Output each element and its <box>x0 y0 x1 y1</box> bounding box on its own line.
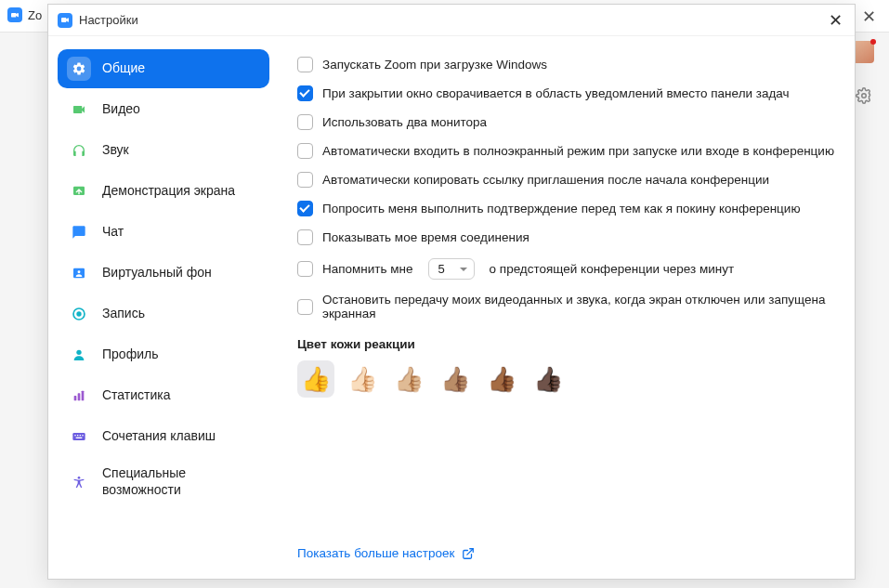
skin-tone-option-2[interactable]: 👍🏼 <box>390 360 427 398</box>
svg-rect-14 <box>82 435 83 436</box>
skin-tone-option-5[interactable]: 👍🏿 <box>529 360 567 398</box>
footer: Показать больше настроек <box>297 537 836 568</box>
option-label: Остановить передачу моих видеоданных и з… <box>322 293 836 320</box>
svg-line-17 <box>467 548 473 554</box>
settings-sidebar: ОбщиеВидеоЗвукДемонстрация экранаЧатВирт… <box>48 36 279 579</box>
option-label: Автоматически входить в полноэкранный ре… <box>322 144 834 158</box>
background-window-title: Zo <box>7 7 42 22</box>
option-dual-monitors[interactable]: Использовать два монитора <box>297 114 836 130</box>
modal-title: Настройки <box>58 13 138 28</box>
video-icon <box>67 98 91 122</box>
checkbox[interactable] <box>297 299 313 315</box>
option-start-with-windows[interactable]: Запускать Zoom при загрузке Windows <box>297 57 836 72</box>
option-show-connection-time[interactable]: Показывать мое время соединения <box>297 229 836 245</box>
svg-rect-7 <box>74 396 77 400</box>
external-link-icon <box>462 547 475 560</box>
remind-after-text: о предстоящей конференции через минут <box>490 262 735 276</box>
sidebar-item-keyboard[interactable]: Сочетания клавиш <box>58 417 269 456</box>
svg-point-16 <box>78 477 81 479</box>
option-minimize-to-tray[interactable]: При закрытии окно сворачивается в област… <box>297 85 836 101</box>
option-label: Показывать мое время соединения <box>322 230 529 244</box>
svg-rect-9 <box>82 391 85 401</box>
option-stop-av-on-screen-off[interactable]: Остановить передачу моих видеоданных и з… <box>297 293 836 320</box>
modal-header: Настройки ✕ <box>48 5 855 36</box>
screen-icon <box>67 179 91 203</box>
modal-title-text: Настройки <box>79 13 138 27</box>
remind-minutes-select[interactable]: 5 <box>428 258 475 280</box>
option-copy-invite-link[interactable]: Автоматически копировать ссылку приглаше… <box>297 172 836 188</box>
option-fullscreen-on-start[interactable]: Автоматически входить в полноэкранный ре… <box>297 143 836 159</box>
skin-tone-option-0[interactable]: 👍 <box>297 360 334 398</box>
svg-point-0 <box>862 94 867 98</box>
option-confirm-leave[interactable]: Попросить меня выполнить подтверждение п… <box>297 201 836 216</box>
option-label: Попросить меня выполнить подтверждение п… <box>322 202 801 216</box>
background-title-text: Zo <box>28 8 42 22</box>
sidebar-item-label: Общие <box>102 60 145 77</box>
show-more-label: Показать больше настроек <box>297 546 454 560</box>
sidebar-item-chat[interactable]: Чат <box>58 213 269 252</box>
sidebar-item-gear[interactable]: Общие <box>58 49 269 88</box>
background-icon <box>67 261 91 285</box>
modal-body: ОбщиеВидеоЗвукДемонстрация экранаЧатВирт… <box>48 36 855 579</box>
svg-point-6 <box>76 350 81 355</box>
sidebar-item-profile[interactable]: Профиль <box>58 335 269 374</box>
sidebar-item-accessibility[interactable]: Специальные возможности <box>58 458 269 505</box>
settings-content: Запускать Zoom при загрузке Windows При … <box>279 36 855 579</box>
checkbox[interactable] <box>297 143 313 159</box>
checkbox[interactable] <box>297 57 313 72</box>
gear-icon <box>67 57 91 81</box>
svg-point-3 <box>78 270 81 273</box>
svg-rect-13 <box>80 435 81 436</box>
accessibility-icon <box>67 470 91 494</box>
sidebar-item-label: Звук <box>102 142 129 159</box>
skin-tone-heading: Цвет кожи реакции <box>297 337 836 351</box>
option-label: Использовать два монитора <box>322 115 487 129</box>
sidebar-item-video[interactable]: Видео <box>58 90 269 129</box>
skin-tone-option-3[interactable]: 👍🏽 <box>437 360 474 398</box>
skin-tone-row: 👍👍🏻👍🏼👍🏽👍🏾👍🏿 <box>297 360 836 398</box>
svg-rect-15 <box>76 438 83 438</box>
checkbox[interactable] <box>297 229 313 245</box>
option-label: Запускать Zoom при загрузке Windows <box>322 58 547 72</box>
checkbox[interactable] <box>297 85 313 101</box>
show-more-settings-link[interactable]: Показать больше настроек <box>297 546 475 560</box>
zoom-icon <box>58 13 72 28</box>
record-icon <box>67 302 91 326</box>
option-remind-me[interactable]: Напомнить мне 5 о предстоящей конференци… <box>297 258 836 280</box>
sidebar-item-label: Чат <box>102 224 124 241</box>
sidebar-item-background[interactable]: Виртуальный фон <box>58 254 269 293</box>
skin-tone-option-4[interactable]: 👍🏾 <box>483 360 520 398</box>
sidebar-item-label: Профиль <box>102 346 158 363</box>
sidebar-item-label: Запись <box>102 306 145 322</box>
stats-icon <box>67 384 91 408</box>
profile-icon <box>67 343 91 367</box>
skin-tone-option-1[interactable]: 👍🏻 <box>344 360 381 398</box>
chat-icon <box>67 220 91 244</box>
background-settings-icon[interactable] <box>856 87 872 104</box>
sidebar-item-record[interactable]: Запись <box>58 294 269 333</box>
sidebar-item-label: Статистика <box>102 387 171 404</box>
svg-rect-8 <box>78 393 81 400</box>
sidebar-item-label: Видео <box>102 101 140 118</box>
checkbox[interactable] <box>297 201 313 216</box>
option-label: При закрытии окно сворачивается в област… <box>322 86 790 100</box>
sidebar-item-label: Специальные возможности <box>102 465 260 498</box>
headphones-icon <box>67 138 91 163</box>
settings-modal: Настройки ✕ ОбщиеВидеоЗвукДемонстрация э… <box>47 4 856 580</box>
checkbox[interactable] <box>297 172 313 188</box>
svg-point-5 <box>76 311 81 316</box>
sidebar-item-screen[interactable]: Демонстрация экрана <box>58 172 269 211</box>
checkbox[interactable] <box>297 261 313 277</box>
sidebar-item-label: Демонстрация экрана <box>102 183 235 200</box>
modal-close-button[interactable]: ✕ <box>825 10 845 31</box>
sidebar-item-stats[interactable]: Статистика <box>58 376 269 415</box>
option-label: Автоматически копировать ссылку приглаше… <box>322 173 769 187</box>
sidebar-item-headphones[interactable]: Звук <box>58 131 269 170</box>
svg-rect-11 <box>74 435 75 436</box>
keyboard-icon <box>67 425 91 449</box>
svg-rect-10 <box>72 433 85 440</box>
checkbox[interactable] <box>297 114 313 130</box>
sidebar-item-label: Виртуальный фон <box>102 265 212 281</box>
remind-before-text: Напомнить мне <box>322 262 413 276</box>
background-close-button[interactable]: ✕ <box>862 7 876 27</box>
